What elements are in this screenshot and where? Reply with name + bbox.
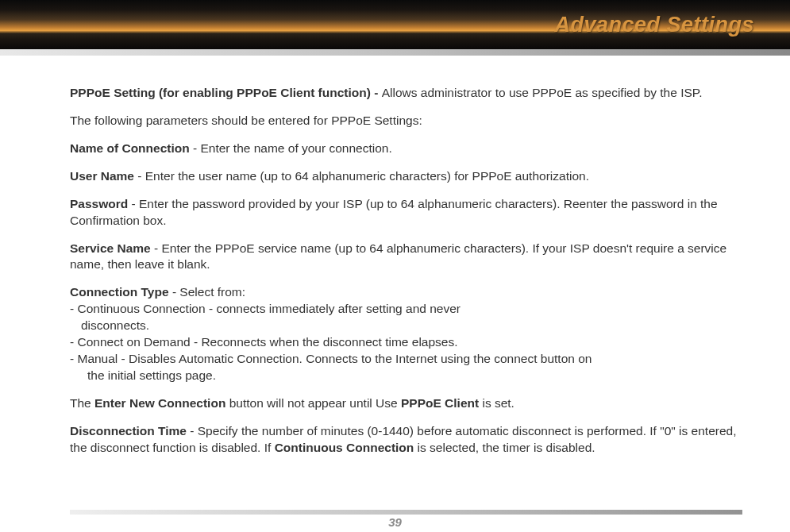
- pppoe-setting-para: PPPoE Setting (for enabling PPPoE Client…: [70, 85, 742, 102]
- connection-type-label: Connection Type: [70, 285, 169, 299]
- service-name-para: Service Name - Enter the PPPoE service n…: [70, 241, 742, 274]
- footer-divider: [70, 510, 742, 515]
- conn-type-opt-continuous-l1: - Continuous Connection - connects immed…: [70, 301, 742, 318]
- enter-new-connection-para: The Enter New Connection button will not…: [70, 395, 742, 412]
- header-underline: [0, 49, 790, 56]
- connection-type-options: - Continuous Connection - connects immed…: [70, 301, 742, 384]
- user-name-text: - Enter the user name (up to 64 alphanum…: [134, 169, 589, 183]
- connection-type-text: - Select from:: [169, 285, 245, 299]
- conn-type-opt-manual-l2: the initial settings page.: [70, 368, 742, 384]
- disconnection-time-para: Disconnection Time - Specify the number …: [70, 423, 742, 457]
- conn-type-opt-demand: - Connect on Demand - Reconnects when th…: [70, 334, 742, 351]
- user-name-para: User Name - Enter the user name (up to 6…: [70, 168, 742, 185]
- enter-new-mid: button will not appear until Use: [225, 396, 401, 410]
- service-name-text: - Enter the PPPoE service name (up to 64…: [70, 241, 726, 272]
- disconnection-time-bold: Continuous Connection: [275, 441, 414, 454]
- pppoe-setting-label: PPPoE Setting (for enabling PPPoE Client…: [70, 86, 382, 99]
- enter-new-pre: The: [70, 396, 94, 410]
- page-footer: 39: [0, 515, 790, 532]
- password-label: Password: [70, 197, 128, 210]
- user-name-label: User Name: [70, 169, 134, 183]
- name-of-connection-label: Name of Connection: [70, 141, 190, 155]
- header-bar: Advanced Settings: [0, 0, 790, 49]
- page-number: 39: [0, 515, 790, 532]
- enter-new-bold2: PPPoE Client: [401, 396, 479, 410]
- conn-type-opt-continuous-l2: disconnects.: [70, 318, 742, 334]
- conn-type-opt-manual-l1: - Manual - Disables Automatic Connection…: [70, 351, 742, 368]
- disconnection-time-text2: is selected, the timer is disabled.: [414, 441, 595, 454]
- connection-type-para: Connection Type - Select from:: [70, 284, 742, 301]
- enter-new-post: is set.: [479, 396, 514, 410]
- name-of-connection-text: - Enter the name of your connection.: [190, 141, 392, 155]
- page-title: Advanced Settings: [554, 13, 754, 37]
- disconnection-time-label: Disconnection Time: [70, 424, 187, 438]
- params-intro: The following parameters should be enter…: [70, 113, 742, 129]
- service-name-label: Service Name: [70, 241, 151, 255]
- password-para: Password - Enter the password provided b…: [70, 196, 742, 229]
- enter-new-bold1: Enter New Connection: [94, 396, 225, 410]
- pppoe-setting-text: Allows administrator to use PPPoE as spe…: [382, 86, 703, 99]
- password-text: - Enter the password provided by your IS…: [70, 197, 718, 227]
- name-of-connection-para: Name of Connection - Enter the name of y…: [70, 141, 742, 157]
- content-body: PPPoE Setting (for enabling PPPoE Client…: [0, 49, 790, 484]
